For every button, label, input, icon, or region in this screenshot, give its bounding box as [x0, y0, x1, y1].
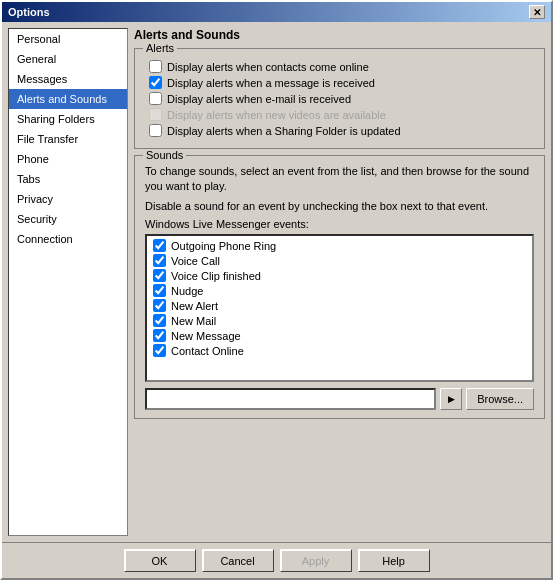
window-body: PersonalGeneralMessagesAlerts and Sounds… [2, 22, 551, 542]
help-button[interactable]: Help [358, 549, 430, 572]
main-content: Alerts and Sounds Alerts Display alerts … [134, 28, 545, 536]
browse-button[interactable]: Browse... [466, 388, 534, 410]
alert-checkbox[interactable] [149, 124, 162, 137]
event-item: Outgoing Phone Ring [149, 238, 530, 253]
sidebar-item-general[interactable]: General [9, 49, 127, 69]
event-label: New Mail [171, 315, 216, 327]
sidebar-item-personal[interactable]: Personal [9, 29, 127, 49]
alerts-group: Alerts Display alerts when contacts come… [134, 48, 545, 149]
section-title: Alerts and Sounds [134, 28, 545, 42]
sound-bar: ▶ Browse... [145, 388, 534, 410]
event-checkbox[interactable] [153, 344, 166, 357]
event-item: New Alert [149, 298, 530, 313]
event-label: Outgoing Phone Ring [171, 240, 276, 252]
sidebar: PersonalGeneralMessagesAlerts and Sounds… [8, 28, 128, 536]
alert-row: Display alerts when a Sharing Folder is … [145, 124, 534, 137]
event-checkbox[interactable] [153, 239, 166, 252]
event-item: Voice Call [149, 253, 530, 268]
alert-label: Display alerts when e-mail is received [167, 93, 351, 105]
apply-button[interactable]: Apply [280, 549, 352, 572]
sounds-desc2: Disable a sound for an event by unchecki… [145, 199, 534, 214]
event-label: Voice Call [171, 255, 220, 267]
options-window: Options ✕ PersonalGeneralMessagesAlerts … [0, 0, 553, 580]
alert-checkbox[interactable] [149, 76, 162, 89]
alert-label: Display alerts when contacts come online [167, 61, 369, 73]
event-label: Contact Online [171, 345, 244, 357]
alerts-group-label: Alerts [143, 42, 177, 54]
event-item: Voice Clip finished [149, 268, 530, 283]
sidebar-item-messages[interactable]: Messages [9, 69, 127, 89]
event-checkbox[interactable] [153, 329, 166, 342]
sidebar-item-sharing-folders[interactable]: Sharing Folders [9, 109, 127, 129]
alert-row: Display alerts when new videos are avail… [145, 108, 534, 121]
events-list: Outgoing Phone RingVoice CallVoice Clip … [145, 234, 534, 382]
event-checkbox[interactable] [153, 254, 166, 267]
ok-button[interactable]: OK [124, 549, 196, 572]
sidebar-item-privacy[interactable]: Privacy [9, 189, 127, 209]
event-checkbox[interactable] [153, 284, 166, 297]
event-item: New Mail [149, 313, 530, 328]
sidebar-item-phone[interactable]: Phone [9, 149, 127, 169]
alert-row: Display alerts when a message is receive… [145, 76, 534, 89]
event-item: Contact Online [149, 343, 530, 358]
alert-row: Display alerts when e-mail is received [145, 92, 534, 105]
footer: OK Cancel Apply Help [2, 542, 551, 578]
cancel-button[interactable]: Cancel [202, 549, 274, 572]
alert-checkbox[interactable] [149, 92, 162, 105]
event-label: New Message [171, 330, 241, 342]
sidebar-item-security[interactable]: Security [9, 209, 127, 229]
close-button[interactable]: ✕ [529, 5, 545, 19]
sidebar-item-file-transfer[interactable]: File Transfer [9, 129, 127, 149]
alert-row: Display alerts when contacts come online [145, 60, 534, 73]
events-label: Windows Live Messenger events: [145, 218, 534, 230]
alert-label: Display alerts when a Sharing Folder is … [167, 125, 401, 137]
title-bar: Options ✕ [2, 2, 551, 22]
event-checkbox[interactable] [153, 314, 166, 327]
sounds-group-label: Sounds [143, 149, 186, 161]
event-label: Nudge [171, 285, 203, 297]
sounds-group: Sounds To change sounds, select an event… [134, 155, 545, 419]
alert-checkbox[interactable] [149, 108, 162, 121]
sidebar-item-connection[interactable]: Connection [9, 229, 127, 249]
play-button[interactable]: ▶ [440, 388, 462, 410]
alert-label: Display alerts when new videos are avail… [167, 109, 386, 121]
alert-checkbox[interactable] [149, 60, 162, 73]
event-checkbox[interactable] [153, 269, 166, 282]
sidebar-item-tabs[interactable]: Tabs [9, 169, 127, 189]
window-title: Options [8, 6, 50, 18]
event-label: New Alert [171, 300, 218, 312]
event-label: Voice Clip finished [171, 270, 261, 282]
sidebar-item-alerts-and-sounds[interactable]: Alerts and Sounds [9, 89, 127, 109]
event-item: New Message [149, 328, 530, 343]
sound-input[interactable] [145, 388, 436, 410]
sounds-desc1: To change sounds, select an event from t… [145, 164, 534, 195]
event-item: Nudge [149, 283, 530, 298]
alert-label: Display alerts when a message is receive… [167, 77, 375, 89]
event-checkbox[interactable] [153, 299, 166, 312]
